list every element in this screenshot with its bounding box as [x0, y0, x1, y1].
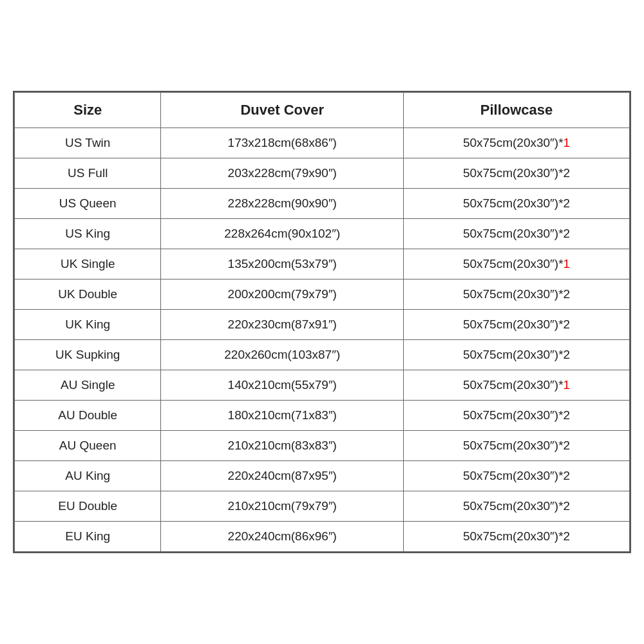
- table-row: EU Double210x210cm(79x79″)50x75cm(20x30″…: [15, 491, 630, 522]
- table-header-row: Size Duvet Cover Pillowcase: [15, 93, 630, 128]
- cell-duvet: 173x218cm(68x86″): [161, 128, 404, 158]
- table-row: UK Single135x200cm(53x79″)50x75cm(20x30″…: [15, 249, 630, 279]
- cell-pillow: 50x75cm(20x30″)*1: [404, 249, 630, 279]
- table-row: US Queen228x228cm(90x90″)50x75cm(20x30″)…: [15, 189, 630, 219]
- table-row: US King228x264cm(90x102″)50x75cm(20x30″)…: [15, 219, 630, 249]
- cell-duvet: 210x210cm(79x79″): [161, 491, 404, 522]
- header-size: Size: [15, 93, 161, 128]
- cell-pillow: 50x75cm(20x30″)*2: [404, 279, 630, 310]
- cell-duvet: 140x210cm(55x79″): [161, 370, 404, 401]
- cell-pillow: 50x75cm(20x30″)*2: [404, 491, 630, 522]
- cell-pillow: 50x75cm(20x30″)*2: [404, 401, 630, 431]
- cell-pillow: 50x75cm(20x30″)*1: [404, 370, 630, 401]
- table-row: EU King220x240cm(86x96″)50x75cm(20x30″)*…: [15, 522, 630, 552]
- cell-size: AU Single: [15, 370, 161, 401]
- cell-duvet: 220x240cm(86x96″): [161, 522, 404, 552]
- cell-size: AU King: [15, 461, 161, 491]
- cell-duvet: 203x228cm(79x90″): [161, 158, 404, 189]
- cell-pillow: 50x75cm(20x30″)*2: [404, 431, 630, 461]
- table-row: US Twin173x218cm(68x86″)50x75cm(20x30″)*…: [15, 128, 630, 158]
- cell-size: UK Supking: [15, 340, 161, 370]
- cell-size: UK Single: [15, 249, 161, 279]
- cell-size: US Queen: [15, 189, 161, 219]
- cell-pillow: 50x75cm(20x30″)*1: [404, 128, 630, 158]
- header-pillow: Pillowcase: [404, 93, 630, 128]
- table-row: UK Double200x200cm(79x79″)50x75cm(20x30″…: [15, 279, 630, 310]
- table-row: AU King220x240cm(87x95″)50x75cm(20x30″)*…: [15, 461, 630, 491]
- size-chart-table: Size Duvet Cover Pillowcase US Twin173x2…: [14, 92, 630, 552]
- cell-size: US Full: [15, 158, 161, 189]
- cell-pillow: 50x75cm(20x30″)*2: [404, 340, 630, 370]
- cell-duvet: 180x210cm(71x83″): [161, 401, 404, 431]
- cell-pillow: 50x75cm(20x30″)*2: [404, 522, 630, 552]
- cell-pillow: 50x75cm(20x30″)*2: [404, 461, 630, 491]
- cell-size: AU Double: [15, 401, 161, 431]
- table-row: AU Queen210x210cm(83x83″)50x75cm(20x30″)…: [15, 431, 630, 461]
- cell-duvet: 220x240cm(87x95″): [161, 461, 404, 491]
- cell-size: EU King: [15, 522, 161, 552]
- header-duvet: Duvet Cover: [161, 93, 404, 128]
- cell-pillow: 50x75cm(20x30″)*2: [404, 310, 630, 340]
- cell-duvet: 200x200cm(79x79″): [161, 279, 404, 310]
- cell-duvet: 220x230cm(87x91″): [161, 310, 404, 340]
- table-row: AU Double180x210cm(71x83″)50x75cm(20x30″…: [15, 401, 630, 431]
- table-row: US Full203x228cm(79x90″)50x75cm(20x30″)*…: [15, 158, 630, 189]
- cell-pillow: 50x75cm(20x30″)*2: [404, 158, 630, 189]
- size-chart-container: Size Duvet Cover Pillowcase US Twin173x2…: [13, 91, 631, 553]
- cell-duvet: 228x228cm(90x90″): [161, 189, 404, 219]
- cell-size: UK King: [15, 310, 161, 340]
- cell-size: UK Double: [15, 279, 161, 310]
- cell-duvet: 210x210cm(83x83″): [161, 431, 404, 461]
- cell-pillow: 50x75cm(20x30″)*2: [404, 189, 630, 219]
- cell-pillow: 50x75cm(20x30″)*2: [404, 219, 630, 249]
- cell-duvet: 135x200cm(53x79″): [161, 249, 404, 279]
- table-row: AU Single140x210cm(55x79″)50x75cm(20x30″…: [15, 370, 630, 401]
- cell-size: US Twin: [15, 128, 161, 158]
- cell-size: AU Queen: [15, 431, 161, 461]
- cell-size: EU Double: [15, 491, 161, 522]
- table-row: UK Supking220x260cm(103x87″)50x75cm(20x3…: [15, 340, 630, 370]
- cell-duvet: 228x264cm(90x102″): [161, 219, 404, 249]
- cell-duvet: 220x260cm(103x87″): [161, 340, 404, 370]
- cell-size: US King: [15, 219, 161, 249]
- table-row: UK King220x230cm(87x91″)50x75cm(20x30″)*…: [15, 310, 630, 340]
